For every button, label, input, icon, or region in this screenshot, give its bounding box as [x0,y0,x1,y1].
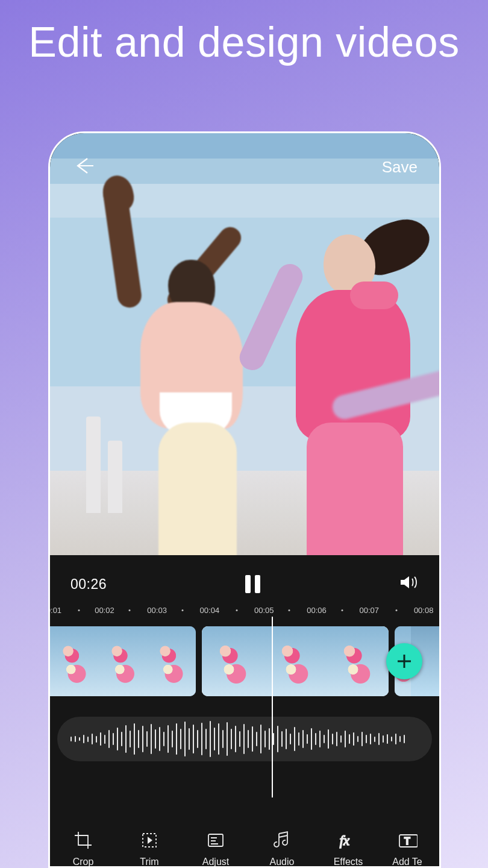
time-ruler[interactable]: 0:01 00:02 00:03 00:04 00:05 00:06 00:07… [50,606,439,621]
tool-effects[interactable]: fx Effects [315,830,381,867]
tool-label: Crop [73,857,94,867]
save-button[interactable]: Save [382,158,418,177]
tool-adjust[interactable]: Adjust [183,830,249,867]
clip-2-selected[interactable] [202,626,389,696]
preview-top-bar: Save [50,154,439,180]
volume-icon[interactable] [398,572,419,596]
tool-add-text[interactable]: T Add Te [381,830,433,867]
svg-rect-1 [208,834,223,846]
back-arrow-icon[interactable] [72,154,96,180]
video-preview[interactable]: Save [50,133,439,555]
tool-label: Add Te [392,857,422,867]
pause-icon[interactable] [245,575,260,593]
ruler-tick: 00:03 [147,606,167,615]
dancer-left-decor [92,175,261,549]
promo-headline: Edit and design videos [28,20,459,65]
tool-label: Effects [334,857,363,867]
add-clip-button[interactable] [386,643,422,679]
ruler-tick: 00:02 [95,606,114,615]
clip-1[interactable] [50,626,196,696]
tool-bar: Crop Trim Adjust Audio fx Effects T Add … [50,797,439,868]
svg-text:T: T [404,836,410,846]
tool-label: Trim [140,857,158,867]
ruler-tick: 00:04 [200,606,220,615]
dancer-right-decor [240,206,439,555]
ruler-tick: 00:06 [307,606,327,615]
playhead[interactable] [272,617,273,797]
phone-screen: Save 00:26 0:01 00:02 00:03 00:04 00:05 … [48,131,441,868]
clip-track[interactable] [50,626,439,696]
current-time: 00:26 [70,576,107,593]
ruler-tick: 0:01 [48,606,61,615]
tool-crop[interactable]: Crop [50,830,116,867]
ruler-tick: 00:05 [254,606,274,615]
ruler-tick: 00:07 [359,606,379,615]
audio-waveform[interactable] [57,717,432,761]
svg-text:fx: fx [340,833,349,848]
tool-label: Audio [270,857,295,867]
tool-trim[interactable]: Trim [116,830,183,867]
ruler-tick: 00:08 [414,606,434,615]
editor-panel: 00:26 0:01 00:02 00:03 00:04 00:05 00:06… [50,555,439,868]
tool-label: Adjust [202,857,229,867]
transport-bar: 00:26 [50,555,439,602]
tool-audio[interactable]: Audio [249,830,315,867]
